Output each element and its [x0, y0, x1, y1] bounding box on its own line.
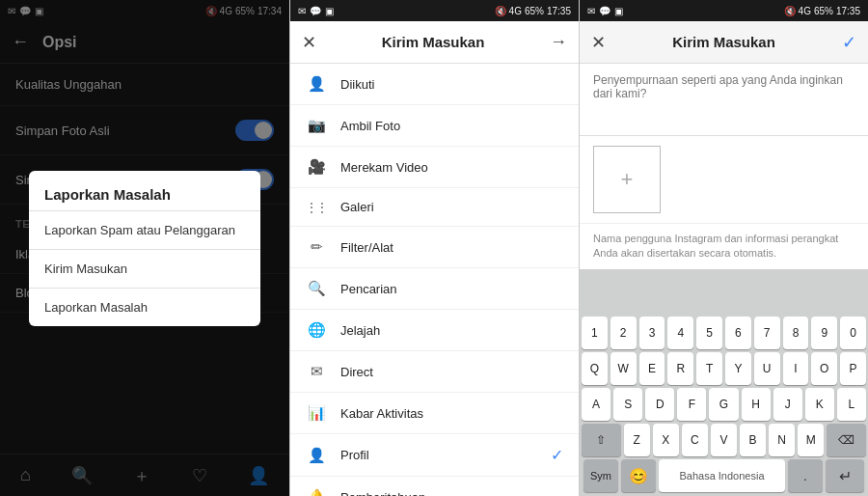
menu-profil[interactable]: 👤 Profil ✓ [290, 434, 579, 477]
kb-key-w[interactable]: W [610, 352, 637, 385]
kb-key-z[interactable]: Z [624, 424, 650, 456]
modal-laporkan: Laporkan Masalah Laporkan Spam atau Pela… [29, 171, 260, 326]
kb-dot-key[interactable]: . [788, 459, 823, 492]
menu-ambil-foto[interactable]: 📷 Ambil Foto [290, 105, 579, 147]
kb-key-j[interactable]: J [773, 388, 802, 421]
profil-icon: 👤 [306, 447, 327, 464]
diikuti-label: Diikuti [340, 77, 563, 92]
kb-key-r[interactable]: R [667, 352, 693, 385]
kb-key-2[interactable]: 2 [610, 317, 637, 349]
kb-key-s[interactable]: S [613, 388, 642, 421]
diikuti-icon: 👤 [306, 75, 327, 93]
kb-key-k[interactable]: K [805, 388, 834, 421]
kb-key-l[interactable]: L [837, 388, 866, 421]
merekam-label: Merekam Video [340, 160, 563, 175]
kb-key-0[interactable]: 0 [840, 317, 866, 349]
page-title-3: Kirim Masukan [672, 34, 775, 50]
status-left-3: ✉ 💬 ▣ [587, 6, 623, 16]
kb-key-e[interactable]: E [639, 352, 665, 385]
mute-icon-3: 🔇 [784, 6, 796, 16]
kb-key-v[interactable]: V [711, 424, 737, 456]
modal-item-kirim[interactable]: Kirim Masukan [29, 249, 260, 288]
status-bar-3: ✉ 💬 ▣ 🔇 4G 65% 17:35 [580, 0, 868, 21]
kb-row-asdf: A S D F G H J K L [582, 388, 866, 421]
ambil-foto-icon: 📷 [306, 117, 327, 134]
close-button-2[interactable]: ✕ [302, 32, 316, 53]
kb-key-a[interactable]: A [582, 388, 610, 421]
msg-icon-3: 💬 [599, 6, 610, 16]
menu-direct[interactable]: ✉ Direct [290, 351, 579, 393]
next-button[interactable]: → [550, 32, 567, 52]
status-left-2: ✉ 💬 ▣ [298, 6, 334, 16]
kb-backspace-key[interactable]: ⌫ [827, 424, 866, 456]
kb-key-3[interactable]: 3 [639, 317, 665, 349]
kb-key-h[interactable]: H [742, 388, 771, 421]
kb-key-7[interactable]: 7 [754, 317, 780, 349]
menu-galeri[interactable]: ⋮⋮ Galeri [290, 188, 579, 227]
kb-key-6[interactable]: 6 [725, 317, 751, 349]
close-button-3[interactable]: ✕ [591, 32, 606, 53]
kb-emoji-key[interactable]: 😊 [621, 459, 656, 492]
menu-kabar[interactable]: 📊 Kabar Aktivitas [290, 393, 579, 434]
panel-kirim-masukan: ✉ 💬 ▣ 🔇 4G 65% 17:35 ✕ Kirim Masukan → 👤… [289, 0, 579, 496]
kb-key-q[interactable]: Q [582, 352, 608, 385]
kb-key-o[interactable]: O [811, 352, 837, 385]
kabar-label: Kabar Aktivitas [340, 406, 563, 421]
jelajah-label: Jelajah [340, 323, 563, 338]
signal-4g-2: 4G [509, 6, 522, 16]
filter-label: Filter/Alat [340, 240, 563, 255]
kb-key-y[interactable]: Y [725, 352, 751, 385]
profil-check-icon: ✓ [551, 446, 563, 464]
menu-merekam[interactable]: 🎥 Merekam Video [290, 147, 579, 188]
kb-key-x[interactable]: X [653, 424, 679, 456]
modal-title: Laporkan Masalah [29, 171, 260, 210]
upload-box[interactable]: + [593, 146, 661, 213]
kb-key-u[interactable]: U [754, 352, 780, 385]
pemberitahuan-icon: 🔔 [306, 488, 327, 496]
kb-key-1[interactable]: 1 [582, 317, 608, 349]
mute-icon-2: 🔇 [495, 6, 506, 16]
menu-pencarian[interactable]: 🔍 Pencarian [290, 268, 579, 310]
modal-item-laporkan[interactable]: Laporkan Masalah [29, 288, 260, 326]
kb-key-i[interactable]: I [783, 352, 809, 385]
menu-jelajah[interactable]: 🌐 Jelajah [290, 310, 579, 351]
signal-4g-3: 4G [799, 6, 811, 16]
status-right-3: 🔇 4G 65% 17:35 [784, 6, 860, 16]
auto-info-text: Nama pengguna Instagram dan informasi pe… [580, 223, 868, 269]
kb-sym-key[interactable]: Sym [583, 459, 618, 492]
kb-key-b[interactable]: B [740, 424, 766, 456]
panel-feedback: ✉ 💬 ▣ 🔇 4G 65% 17:35 ✕ Kirim Masukan ✓ +… [579, 0, 868, 496]
feedback-text-area [580, 64, 868, 136]
kb-key-m[interactable]: M [798, 424, 824, 456]
kb-key-p[interactable]: P [840, 352, 866, 385]
menu-filter[interactable]: ✏ Filter/Alat [290, 227, 579, 268]
profil-label: Profil [340, 448, 537, 462]
modal-item-spam[interactable]: Laporkan Spam atau Pelanggaran [29, 210, 260, 249]
time-3: 17:35 [836, 6, 860, 16]
kb-key-8[interactable]: 8 [783, 317, 809, 349]
kb-key-9[interactable]: 9 [811, 317, 837, 349]
wifi-icon-2: ▣ [325, 6, 334, 16]
feedback-input[interactable] [593, 73, 854, 122]
kb-shift-key[interactable]: ⇧ [582, 424, 621, 456]
kb-space-key[interactable]: Bahasa Indonesia [659, 459, 785, 492]
kb-key-g[interactable]: G [709, 388, 738, 421]
kb-enter-key[interactable]: ↵ [826, 459, 864, 492]
kb-key-5[interactable]: 5 [696, 317, 722, 349]
kb-key-d[interactable]: D [645, 388, 674, 421]
modal-overlay: Laporkan Masalah Laporkan Spam atau Pela… [0, 0, 289, 496]
kb-key-4[interactable]: 4 [667, 317, 693, 349]
jelajah-icon: 🌐 [306, 321, 327, 339]
page-title-2: Kirim Masukan [382, 34, 485, 50]
kb-row-zxcv: ⇧ Z X C V B N M ⌫ [582, 424, 866, 456]
kb-key-f[interactable]: F [677, 388, 706, 421]
kb-key-c[interactable]: C [682, 424, 708, 456]
pencarian-icon: 🔍 [306, 280, 327, 297]
galeri-label: Galeri [340, 200, 563, 214]
kb-key-t[interactable]: T [696, 352, 722, 385]
menu-pemberitahuan[interactable]: 🔔 Pemberitahuan [290, 477, 579, 496]
menu-diikuti[interactable]: 👤 Diikuti [290, 64, 579, 105]
kb-key-n[interactable]: N [769, 424, 795, 456]
confirm-check-button[interactable]: ✓ [842, 32, 856, 53]
direct-label: Direct [340, 365, 563, 379]
